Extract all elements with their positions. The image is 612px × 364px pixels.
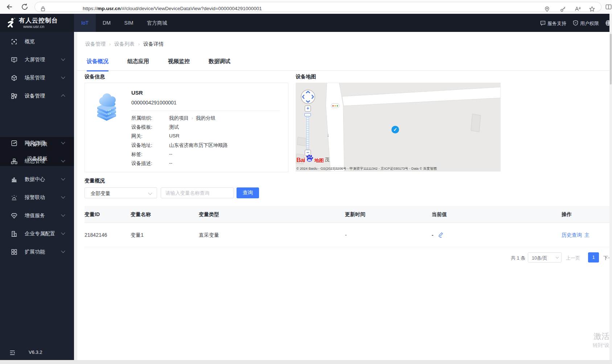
usr-person-icon bbox=[6, 17, 17, 30]
scrollbar-thumb[interactable] bbox=[610, 34, 612, 84]
back-icon[interactable] bbox=[4, 3, 13, 11]
field-label: 设备地址: bbox=[131, 142, 152, 149]
sidebar-item-label: 组态管理 bbox=[25, 158, 45, 165]
sidebar-item-data-center[interactable]: 数据中心 bbox=[0, 170, 74, 189]
tab-dm[interactable]: DM bbox=[96, 14, 118, 32]
tab-scada-app[interactable]: 组态应用 bbox=[127, 58, 149, 71]
refresh-icon[interactable] bbox=[20, 3, 29, 11]
tab-shop[interactable]: 官方商城 bbox=[140, 14, 174, 32]
tab-data-debug[interactable]: 数据调试 bbox=[209, 58, 230, 71]
password-key-icon[interactable] bbox=[560, 6, 566, 12]
tab-iot[interactable]: IoT bbox=[74, 14, 96, 32]
sidebar-item-device-mgmt[interactable]: 设备管理 bbox=[0, 87, 74, 105]
variables-title: 变量概况 bbox=[85, 178, 105, 184]
prev-page-button[interactable]: 上一页 bbox=[566, 255, 580, 261]
sidebar-item-screen-mgmt[interactable]: 大屏管理 bbox=[0, 51, 74, 69]
big-screen-icon bbox=[11, 57, 17, 63]
map-copyright: © 2024 Baidu - GS(2023)3206号 - 甲测资字11111… bbox=[296, 166, 437, 171]
history-query-link[interactable]: 历史查询 bbox=[562, 223, 582, 247]
org-separator: › bbox=[192, 116, 193, 121]
variable-filter-select[interactable]: 全部变量 bbox=[85, 187, 157, 198]
product-tabs: IoT DM SIM 官方商城 bbox=[74, 14, 174, 32]
query-button[interactable]: 查询 bbox=[237, 187, 259, 198]
breadcrumb-separator: › bbox=[109, 42, 111, 47]
device-map[interactable]: + − ↓ ✓ 茂 Bai du 地图 © 2024 Baidu - GS(20… bbox=[296, 83, 501, 171]
collapse-sidebar-icon[interactable] bbox=[9, 350, 16, 357]
location-icon[interactable] bbox=[544, 6, 550, 12]
lock-icon[interactable] bbox=[40, 6, 46, 12]
app-header: 有人云控制台 www.usr.cn IoT DM SIM 官方商城 服务支持 用… bbox=[0, 14, 612, 32]
sidebar-item-alarm-linkage[interactable]: 报警联动 bbox=[0, 189, 74, 207]
card-divider bbox=[131, 111, 280, 111]
address-bar[interactable]: https://mp.usr.cn/#/cloud/device/ViewDev… bbox=[34, 2, 601, 12]
page-scrollbar[interactable] bbox=[609, 14, 612, 360]
chevron-down-icon bbox=[61, 249, 65, 253]
chevron-down-icon bbox=[61, 158, 65, 162]
favorite-star-icon[interactable] bbox=[589, 6, 595, 12]
window-bottom-edge bbox=[0, 360, 612, 364]
sidebar-item-scada-mgmt[interactable]: 组态管理 bbox=[0, 152, 74, 170]
scada-blocks-icon bbox=[11, 158, 17, 165]
chevron-down-icon bbox=[148, 191, 152, 195]
road-name-label: 茂 bbox=[325, 157, 329, 163]
bar-chart-icon bbox=[11, 176, 17, 183]
detail-tabs: 设备概况 组态应用 视频监控 数据调试 bbox=[87, 58, 230, 71]
sidebar-item-label: 企业专属配置 bbox=[25, 231, 55, 237]
device-location-marker[interactable]: ✓ bbox=[391, 126, 399, 133]
page-number-1[interactable]: 1 bbox=[588, 252, 599, 262]
breadcrumb-separator: › bbox=[138, 42, 140, 47]
cell-variable-type: 直采变量 bbox=[199, 223, 219, 247]
device-image bbox=[95, 90, 118, 127]
overview-icon bbox=[11, 38, 17, 45]
field-value-tags: -- bbox=[169, 151, 172, 157]
field-value-address: 山东省济南市历下区坤顺路 bbox=[169, 142, 228, 149]
field-value-org: 我的项目›我的分组 bbox=[169, 115, 215, 121]
alarm-light-icon bbox=[11, 194, 17, 201]
tab-device-overview[interactable]: 设备概况 bbox=[87, 58, 108, 71]
map-zoom-slider[interactable] bbox=[306, 113, 309, 149]
extensions-grid-icon bbox=[11, 249, 17, 255]
split-screen-icon[interactable] bbox=[605, 4, 612, 10]
chevron-down-icon bbox=[61, 75, 65, 79]
sidebar-item-gateway-mgmt[interactable]: 网关管理 bbox=[0, 134, 74, 152]
col-variable-id: 变量ID bbox=[85, 206, 100, 223]
logo-title: 有人云控制台 bbox=[19, 16, 58, 25]
sidebar-item-label: 大屏管理 bbox=[25, 57, 45, 63]
chevron-down-icon bbox=[61, 140, 65, 144]
table-row: 21842146 变量1 直采变量 - - 历史查询 主 bbox=[85, 223, 609, 247]
baidu-logo-text: Bai bbox=[296, 157, 305, 164]
url-text[interactable]: https://mp.usr.cn/#/cloud/device/ViewDev… bbox=[83, 6, 262, 11]
field-label: 设备描述: bbox=[131, 160, 152, 167]
device-map-title: 设备地图 bbox=[296, 74, 316, 80]
sidebar-item-overview[interactable]: 概览 bbox=[0, 33, 74, 51]
map-zoom-in-button[interactable]: + bbox=[305, 106, 311, 112]
page-size-value: 10条/页 bbox=[532, 255, 547, 261]
sidebar-item-label: 扩展功能 bbox=[25, 249, 45, 255]
chevron-up-icon bbox=[61, 94, 65, 98]
cell-variable-name: 变量1 bbox=[131, 223, 144, 247]
sidebar-item-enterprise-config[interactable]: 企业专属配置 bbox=[0, 225, 74, 243]
map-zoom-handle[interactable] bbox=[304, 113, 311, 116]
breadcrumb-device-list[interactable]: 设备列表 bbox=[114, 41, 135, 47]
building-icon bbox=[11, 231, 17, 237]
edit-value-icon[interactable] bbox=[438, 232, 444, 240]
page-size-select[interactable]: 10条/页 bbox=[528, 252, 562, 262]
read-aloud-icon[interactable] bbox=[574, 6, 581, 12]
breadcrumb: 设备管理›设备列表›设备详情 bbox=[85, 41, 164, 47]
baidu-maps-logo: Bai du 地图 bbox=[296, 154, 324, 164]
tab-sim[interactable]: SIM bbox=[118, 14, 140, 32]
sidebar-item-scene-mgmt[interactable]: 场景管理 bbox=[0, 69, 74, 87]
traffic-light-icon bbox=[331, 103, 340, 108]
action-link-truncated[interactable]: 主 bbox=[584, 223, 590, 247]
variable-search-input[interactable] bbox=[161, 187, 234, 198]
sidebar-item-vas[interactable]: 增值服务 bbox=[0, 207, 74, 225]
field-value-gateway: USR bbox=[169, 133, 180, 138]
tab-video-monitor[interactable]: 视频监控 bbox=[168, 58, 190, 71]
chevron-down-icon bbox=[61, 212, 65, 216]
device-id: 0000004291000001 bbox=[131, 100, 177, 106]
breadcrumb-device-mgmt[interactable]: 设备管理 bbox=[85, 41, 106, 47]
device-grid-icon bbox=[11, 93, 17, 99]
app-logo[interactable]: 有人云控制台 www.usr.cn bbox=[0, 14, 74, 32]
sidebar-item-extensions[interactable]: 扩展功能 bbox=[0, 243, 74, 261]
map-pan-control[interactable] bbox=[300, 89, 316, 106]
